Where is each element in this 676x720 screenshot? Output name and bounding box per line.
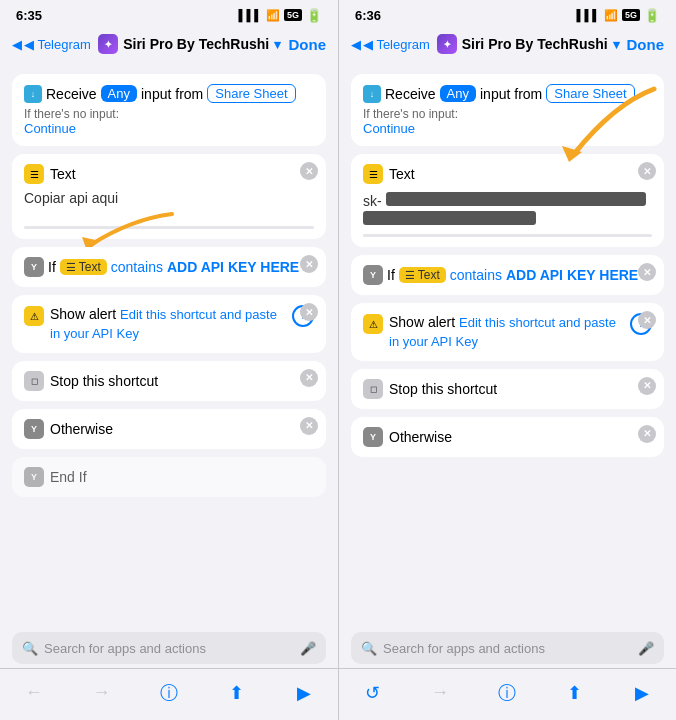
right-if-close-button[interactable]: ✕ [638, 263, 656, 281]
right-back-label: ◀ Telegram [363, 37, 430, 52]
left-alert-icon: ⚠ [24, 306, 44, 326]
left-receive-icon: ↓ [24, 85, 42, 103]
left-stop-close-button[interactable]: ✕ [300, 369, 318, 387]
left-share-sheet-badge[interactable]: Share Sheet [207, 84, 295, 103]
right-text-content[interactable]: sk- [363, 190, 652, 228]
left-app-icon: ✦ [98, 34, 118, 54]
left-continue-link[interactable]: Continue [24, 121, 314, 136]
right-bottom-bar: ↺ → ⓘ ⬆ ▶ [339, 668, 676, 720]
right-input-from-label: input from [480, 86, 542, 102]
left-receive-row: ↓ Receive Any input from Share Sheet [24, 84, 314, 103]
right-play-button[interactable]: ▶ [624, 678, 660, 708]
right-search-bar[interactable]: 🔍 Search for apps and actions 🎤 [351, 632, 664, 664]
right-alert-text: Show alert Edit this shortcut and paste … [389, 313, 624, 351]
right-text-label: Text [389, 166, 415, 182]
left-back-button[interactable]: ◀ ◀ Telegram [12, 37, 91, 52]
right-otherwise-close-button[interactable]: ✕ [638, 425, 656, 443]
left-phone-panel: 6:35 ▌▌▌ 📶 5G 🔋 ◀ ◀ Telegram ✦ Siri Pro … [0, 0, 338, 720]
left-if-text-icon: ☰ [66, 261, 76, 274]
left-otherwise-card: ✕ Y Otherwise [12, 409, 326, 449]
left-show-alert-card: ✕ ⚠ Show alert Edit this shortcut and pa… [12, 295, 326, 353]
left-mic-icon[interactable]: 🎤 [300, 641, 316, 656]
right-text-icon: ☰ [363, 164, 383, 184]
left-if-api-label[interactable]: ADD API KEY HERE [167, 259, 299, 275]
right-battery-icon: 🔋 [644, 8, 660, 23]
right-if-label: If [387, 267, 395, 283]
battery-icon: 🔋 [306, 8, 322, 23]
left-alert-close-button[interactable]: ✕ [300, 303, 318, 321]
left-dropdown-icon[interactable]: ▾ [274, 37, 281, 52]
right-phone-panel: 6:36 ▌▌▌ 📶 5G 🔋 ◀ ◀ Telegram ✦ Siri Pro … [338, 0, 676, 720]
right-refresh-button[interactable]: ↺ [355, 678, 391, 708]
left-otherwise-close-button[interactable]: ✕ [300, 417, 318, 435]
right-done-button[interactable]: Done [627, 36, 665, 53]
left-search-bar[interactable]: 🔍 Search for apps and actions 🎤 [12, 632, 326, 664]
right-alert-close-button[interactable]: ✕ [638, 311, 656, 329]
left-app-name: Siri Pro By TechRushi [123, 36, 269, 52]
left-text-icon: ☰ [24, 164, 44, 184]
right-show-alert-label: Show alert [389, 314, 459, 330]
left-text-content[interactable]: Copiar api aqui [24, 190, 314, 220]
left-chevron-icon: ◀ [12, 37, 22, 52]
left-done-button[interactable]: Done [289, 36, 327, 53]
left-otherwise-icon: Y [24, 419, 44, 439]
left-play-button[interactable]: ▶ [286, 678, 322, 708]
right-forward-nav-button[interactable]: → [422, 678, 458, 708]
right-info-button[interactable]: ⓘ [489, 678, 525, 708]
right-signal-icon: ▌▌▌ [577, 9, 600, 21]
left-if-text-badge[interactable]: ☰ Text [60, 259, 107, 275]
right-if-contains-label[interactable]: contains [450, 267, 502, 283]
left-end-if-label: End If [50, 469, 87, 485]
left-nav-bar: ◀ ◀ Telegram ✦ Siri Pro By TechRushi ▾ D… [0, 28, 338, 66]
right-share-button[interactable]: ⬆ [557, 678, 593, 708]
left-if-text-label: Text [79, 260, 101, 274]
left-end-if-row: Y End If [24, 467, 314, 487]
right-receive-icon: ↓ [363, 85, 381, 103]
left-text-label: Text [50, 166, 76, 182]
left-if-close-button[interactable]: ✕ [300, 255, 318, 273]
right-search-icon: 🔍 [361, 641, 377, 656]
left-info-button[interactable]: ⓘ [151, 678, 187, 708]
right-otherwise-label: Otherwise [389, 429, 452, 445]
left-end-if-icon: Y [24, 467, 44, 487]
right-stop-card: ✕ ◻ Stop this shortcut [351, 369, 664, 409]
right-back-button[interactable]: ◀ ◀ Telegram [351, 37, 430, 52]
left-forward-nav-button[interactable]: → [83, 678, 119, 708]
right-if-text-label: Text [418, 268, 440, 282]
left-search-placeholder: Search for apps and actions [44, 641, 206, 656]
right-if-icon: Y [363, 265, 383, 285]
left-otherwise-label: Otherwise [50, 421, 113, 437]
signal-icon: ▌▌▌ [239, 9, 262, 21]
left-status-bar: 6:35 ▌▌▌ 📶 5G 🔋 [0, 0, 338, 28]
right-redacted-line2 [363, 211, 536, 225]
right-otherwise-row: Y Otherwise [363, 427, 652, 447]
right-otherwise-card: ✕ Y Otherwise [351, 417, 664, 457]
left-stop-label: Stop this shortcut [50, 373, 158, 389]
left-stop-row: ◻ Stop this shortcut [24, 371, 314, 391]
left-show-alert-row: ⚠ Show alert Edit this shortcut and past… [24, 305, 314, 343]
right-mic-icon[interactable]: 🎤 [638, 641, 654, 656]
right-text-card: ✕ ☰ Text sk- [351, 154, 664, 247]
right-redacted-line1 [386, 192, 646, 206]
left-text-close-button[interactable]: ✕ [300, 162, 318, 180]
right-app-icon: ✦ [437, 34, 457, 54]
left-text-card-header: ☰ Text [24, 164, 314, 184]
wifi-icon: 📶 [266, 9, 280, 22]
right-text-value: sk- [363, 193, 382, 209]
right-stop-row: ◻ Stop this shortcut [363, 379, 652, 399]
right-any-badge[interactable]: Any [440, 85, 476, 102]
right-show-alert-card: ✕ ⚠ Show alert Edit this shortcut and pa… [351, 303, 664, 361]
left-if-contains-label[interactable]: contains [111, 259, 163, 275]
right-dropdown-icon[interactable]: ▾ [613, 37, 620, 52]
left-any-badge[interactable]: Any [101, 85, 137, 102]
left-share-button[interactable]: ⬆ [219, 678, 255, 708]
left-search-icon: 🔍 [22, 641, 38, 656]
right-app-name: Siri Pro By TechRushi [462, 36, 608, 52]
left-if-card: ✕ Y If ☰ Text contains ADD API KEY HERE [12, 247, 326, 287]
right-battery-5g: 5G [622, 9, 640, 21]
right-stop-close-button[interactable]: ✕ [638, 377, 656, 395]
left-end-if-card: Y End If [12, 457, 326, 497]
right-if-api-label[interactable]: ADD API KEY HERE [506, 267, 638, 283]
right-if-text-badge[interactable]: ☰ Text [399, 267, 446, 283]
left-back-nav-button[interactable]: ← [16, 678, 52, 708]
